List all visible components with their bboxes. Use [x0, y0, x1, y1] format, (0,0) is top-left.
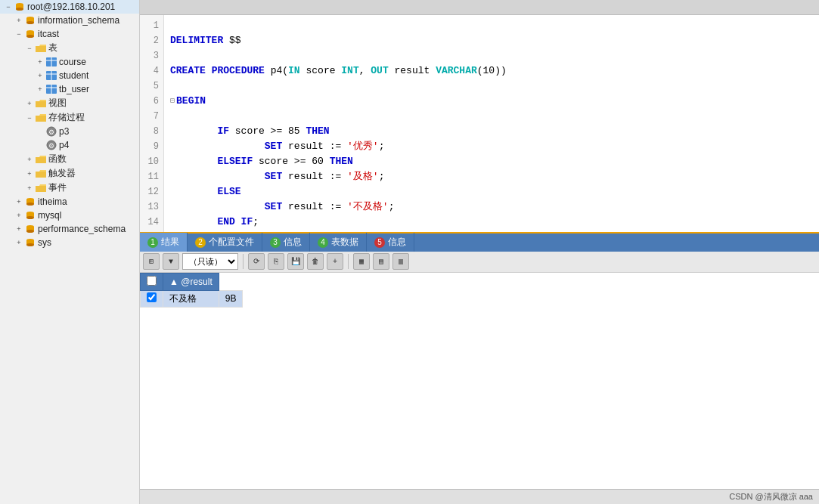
sidebar-item-views_folder[interactable]: +视图	[0, 96, 139, 110]
folder-icon-procs_folder	[35, 112, 47, 124]
sidebar-label-triggers_folder: 触发器	[48, 167, 76, 180]
result-table-body: 不及格9B	[141, 290, 243, 307]
select-all-checkbox[interactable]	[147, 276, 157, 286]
token-kw: THEN	[306, 124, 329, 139]
token-kw: SET	[170, 199, 282, 215]
toolbar-copy-btn[interactable]: ⎘	[268, 253, 284, 270]
code-line-4: CREATE PROCEDURE p4(IN score INT, OUT re…	[170, 63, 813, 79]
toolbar-delete-btn[interactable]: 🗑	[307, 253, 324, 270]
token-kw: ELSEIF	[170, 154, 253, 169]
sidebar-item-itheima[interactable]: +itheima	[0, 195, 139, 209]
toolbar-arrow-btn[interactable]: ▼	[163, 253, 179, 270]
row-checkbox-0[interactable]	[141, 290, 163, 307]
token-normal: result :=	[282, 199, 347, 215]
sidebar-label-tb_user: tb_user	[59, 84, 89, 94]
toolbar-layout3-btn[interactable]: ▥	[392, 253, 409, 270]
sidebar-item-root[interactable]: −root@192.168.10.201	[0, 0, 139, 14]
sidebar-item-sys[interactable]: +sys	[0, 236, 139, 249]
toolbar-refresh-btn[interactable]: ⟳	[248, 253, 265, 270]
sidebar-item-triggers_folder[interactable]: +触发器	[0, 166, 139, 181]
col-header-result_col[interactable]: ▲ @result	[163, 273, 219, 290]
svg-point-2	[16, 8, 23, 11]
tab-tabledata[interactable]: 4 表数据	[310, 233, 367, 252]
svg-point-24	[26, 203, 34, 206]
sidebar-item-p4[interactable]: ⚙p4	[0, 138, 139, 152]
sidebar-item-funcs_folder[interactable]: +函数	[0, 152, 139, 166]
row-select-checkbox-0[interactable]	[147, 292, 157, 302]
token-normal: ;	[253, 215, 259, 230]
line-num-6: 6	[140, 94, 159, 109]
cell-0-1: 9B	[219, 290, 243, 307]
sidebar-item-events_folder[interactable]: +事件	[0, 181, 139, 195]
sidebar-item-course[interactable]: +course	[0, 55, 139, 69]
tab-result[interactable]: 1 结果	[140, 233, 188, 252]
code-area[interactable]: DELIMITER $$ CREATE PROCEDURE p4(IN scor…	[164, 15, 819, 232]
svg-point-33	[26, 243, 34, 246]
line-num-14: 14	[140, 215, 159, 230]
result-area: ▲ @result 不及格9B	[140, 273, 819, 490]
svg-point-5	[26, 21, 34, 24]
tab-label-config: 个配置文件	[209, 236, 254, 249]
code-editor: 12345678910111213141516171819202122 DELI…	[140, 15, 819, 232]
sidebar-item-p3[interactable]: ⚙p3	[0, 125, 139, 138]
toolbar-save-btn[interactable]: 💾	[287, 253, 304, 270]
svg-text:⚙: ⚙	[48, 128, 54, 136]
db-icon-root	[14, 1, 26, 13]
sidebar-label-p4: p4	[59, 140, 69, 150]
sidebar-label-root: root@192.168.10.201	[27, 2, 115, 12]
sidebar-item-tables_folder[interactable]: −表	[0, 41, 139, 55]
expand-icon-mysql: +	[14, 210, 24, 221]
sidebar-item-info_schema[interactable]: +information_schema	[0, 14, 139, 27]
token-normal: p4(	[265, 63, 288, 79]
token-kw2: VARCHAR	[436, 63, 477, 79]
tab-info[interactable]: 3 信息	[262, 233, 310, 252]
line-num-8: 8	[140, 124, 159, 139]
collapse-btn-6[interactable]: ⊟	[170, 94, 175, 109]
sidebar-item-procs_folder[interactable]: −存储过程	[0, 110, 139, 125]
sidebar-item-mysql[interactable]: +mysql	[0, 209, 139, 222]
line-num-1: 1	[140, 18, 159, 33]
sidebar-item-student[interactable]: +student	[0, 69, 139, 82]
toolbar-divider-2	[348, 254, 349, 269]
folder-icon-tables_folder	[35, 42, 47, 54]
code-line-14: END IF;	[170, 215, 813, 230]
code-line-3	[170, 48, 813, 63]
tab-label-info: 信息	[284, 236, 302, 249]
expand-icon-triggers_folder: +	[24, 169, 35, 179]
line-num-13: 13	[140, 199, 159, 215]
tab-label-result: 结果	[161, 236, 179, 249]
sidebar-item-perf_schema[interactable]: +performance_schema	[0, 222, 139, 236]
toolbar-grid-btn[interactable]: ⊞	[143, 253, 160, 270]
tab-config[interactable]: 2 个配置文件	[188, 233, 262, 252]
code-line-11: SET result := '及格';	[170, 169, 813, 184]
toolbar-layout1-btn[interactable]: ▦	[353, 253, 370, 270]
table-row[interactable]: 不及格9B	[141, 290, 243, 307]
token-str: '不及格'	[347, 199, 389, 215]
sidebar-item-tb_user[interactable]: +tb_user	[0, 82, 139, 96]
proc-icon-p4: ⚙	[45, 139, 57, 151]
readonly-select[interactable]: （只读）	[182, 253, 238, 270]
token-normal: score >= 85	[229, 124, 306, 139]
expand-icon-itcast: −	[14, 29, 24, 39]
svg-text:⚙: ⚙	[48, 142, 54, 150]
sidebar-item-itcast[interactable]: −itcast	[0, 27, 139, 41]
top-bar	[140, 0, 819, 15]
expand-icon-procs_folder: −	[24, 113, 35, 123]
db-icon-itcast	[24, 28, 36, 40]
tab-info2[interactable]: 5 信息	[367, 233, 414, 252]
sidebar-label-itcast: itcast	[38, 29, 59, 39]
main-panel: 12345678910111213141516171819202122 DELI…	[140, 0, 819, 504]
svg-point-27	[26, 216, 34, 219]
sidebar-label-views_folder: 视图	[48, 97, 67, 110]
db-icon-perf_schema	[24, 223, 36, 235]
toolbar-layout2-btn[interactable]: ▤	[373, 253, 389, 270]
tab-num-config: 2	[195, 237, 206, 248]
token-normal: ,	[359, 63, 371, 79]
line-num-2: 2	[140, 33, 159, 48]
token-str: '及格'	[347, 169, 379, 184]
token-kw: END IF	[170, 215, 253, 230]
proc-icon-p3: ⚙	[45, 125, 57, 138]
toolbar-add-btn[interactable]: +	[327, 253, 343, 270]
expand-icon-sys: +	[14, 237, 24, 248]
expand-icon-perf_schema: +	[14, 224, 24, 234]
